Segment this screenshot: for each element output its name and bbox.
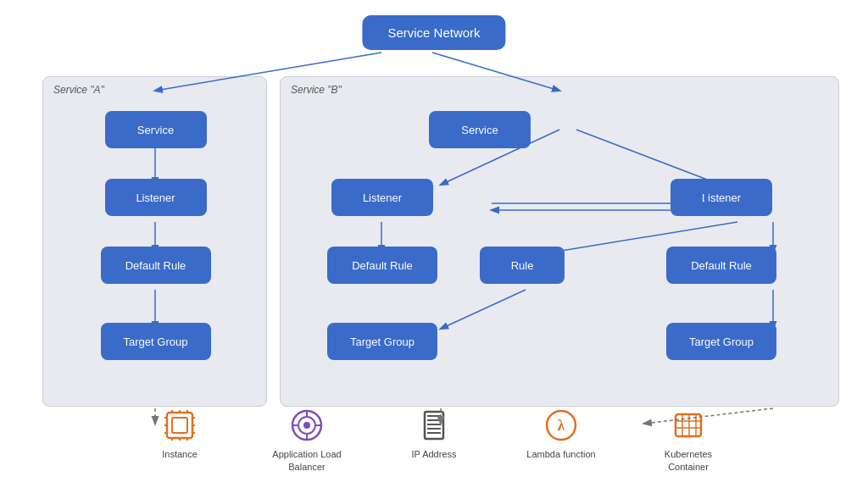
alb-icon xyxy=(289,408,325,443)
icons-row: Instance Application LoadBalancer xyxy=(0,408,868,473)
box-b-target-group-left: Target Group xyxy=(327,323,437,360)
icon-lambda: λ Lambda function xyxy=(523,408,599,460)
panel-b: Service "B" Service Listener Listener De… xyxy=(280,76,839,407)
box-b-service: Service xyxy=(429,111,531,148)
box-b-listener-right-label: Listener xyxy=(702,191,741,204)
box-b-listener-left-label: Listener xyxy=(363,191,402,204)
icon-ip: IP Address xyxy=(396,408,472,460)
icon-alb: Application LoadBalancer xyxy=(269,408,345,473)
ip-icon xyxy=(416,408,452,443)
box-b-default-rule-right-label: Default Rule xyxy=(691,259,752,272)
box-a-listener-label: Listener xyxy=(136,191,175,204)
instance-label: Instance xyxy=(162,448,198,460)
lambda-label: Lambda function xyxy=(526,448,595,460)
panel-a: Service "A" Service Listener Default Rul… xyxy=(42,76,267,407)
diagram-container: Service Network Service "A" Service List… xyxy=(0,0,868,488)
box-b-target-group-right: Target Group xyxy=(666,323,776,360)
svg-text:λ: λ xyxy=(558,417,565,434)
box-b-service-label: Service xyxy=(461,124,498,136)
box-b-target-group-right-label: Target Group xyxy=(689,336,754,348)
panel-b-label: Service "B" xyxy=(291,84,342,96)
svg-point-37 xyxy=(303,422,310,429)
box-b-listener-right: Listener xyxy=(670,179,772,216)
svg-rect-18 xyxy=(172,418,187,433)
service-network-label: Service Network xyxy=(387,25,480,40)
box-b-default-rule-left: Default Rule xyxy=(327,247,437,284)
lambda-icon: λ xyxy=(543,408,579,443)
panel-a-label: Service "A" xyxy=(53,84,104,96)
box-b-target-group-left-label: Target Group xyxy=(350,336,415,348)
svg-rect-46 xyxy=(676,414,701,436)
alb-label: Application LoadBalancer xyxy=(272,448,341,473)
box-b-rule-label: Rule xyxy=(511,259,534,272)
kubernetes-label: KubernetesContainer xyxy=(665,448,712,473)
box-a-service: Service xyxy=(105,111,207,148)
icon-kubernetes: KubernetesContainer xyxy=(650,408,726,473)
service-network-box: Service Network xyxy=(362,15,505,50)
box-b-default-rule-right: Default Rule xyxy=(666,247,776,284)
icon-instance: Instance xyxy=(142,408,218,460)
box-a-default-rule: Default Rule xyxy=(101,247,211,284)
box-a-default-rule-label: Default Rule xyxy=(125,259,186,272)
svg-rect-17 xyxy=(167,413,192,438)
box-a-target-group-label: Target Group xyxy=(124,336,188,348)
kubernetes-icon xyxy=(670,408,706,443)
box-a-target-group: Target Group xyxy=(101,323,211,360)
box-a-service-label: Service xyxy=(137,124,174,136)
box-b-rule: Rule xyxy=(480,247,565,284)
box-a-listener: Listener xyxy=(105,179,207,216)
box-b-listener-left: Listener xyxy=(331,179,433,216)
box-b-default-rule-left-label: Default Rule xyxy=(352,259,413,272)
ip-label: IP Address xyxy=(412,448,457,460)
instance-icon xyxy=(162,408,198,443)
